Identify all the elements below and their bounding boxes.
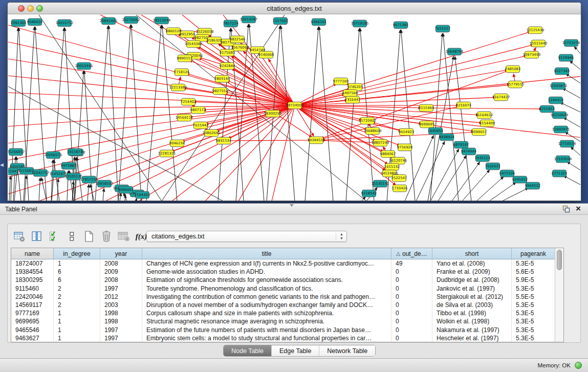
graph-node[interactable]: 12213383 [169, 84, 187, 91]
column-header-year[interactable]: year [100, 248, 142, 259]
graph-node[interactable]: 3915941 [8, 168, 18, 175]
graph-node[interactable]: 9671385 [393, 21, 408, 29]
table-cell[interactable]: 1 [54, 317, 100, 325]
table-cell[interactable]: 9465546 [11, 326, 54, 334]
graph-edge[interactable] [562, 88, 580, 99]
graph-node[interactable]: 6771323 [552, 170, 567, 177]
graph-node[interactable]: 9227343 [554, 68, 570, 75]
graph-node[interactable]: 1733426 [392, 185, 407, 192]
graph-node[interactable]: 25266057 [8, 148, 25, 156]
table-row[interactable]: 1830029562008Estimation of significance … [11, 276, 563, 284]
table-cell[interactable]: 18724007 [11, 259, 54, 268]
table-cell[interactable]: 5.3E-5 [512, 334, 555, 342]
table-cell[interactable]: Structural magnetic resonance image aver… [142, 317, 391, 325]
graph-node[interactable]: 8860128 [166, 28, 181, 35]
table-cell[interactable]: 18300295 [11, 276, 54, 284]
graph-edge[interactable] [570, 61, 580, 71]
table-row[interactable]: 946362711997Embryonic stem cells: a mode… [11, 334, 563, 342]
side-panel-collapse-arrow[interactable]: ◀ [0, 163, 4, 167]
table-cell[interactable]: 5.3E-5 [512, 301, 555, 309]
graph-node[interactable]: 2718126 [174, 69, 189, 76]
table-row[interactable]: 969969511998Structural magnetic resonanc… [11, 317, 563, 325]
graph-node[interactable]: 1527602 [273, 17, 288, 25]
graph-node[interactable]: 15135141 [372, 180, 389, 187]
graph-node[interactable]: 20891406 [100, 17, 118, 25]
graph-node[interactable]: 6497568 [342, 90, 358, 97]
graph-node[interactable]: 7857224 [223, 20, 238, 27]
table-cell[interactable]: 2008 [100, 276, 142, 284]
graph-node[interactable]: 10719185 [351, 20, 369, 27]
graph-edge[interactable] [141, 200, 142, 201]
graph-node[interactable]: 12042757 [32, 169, 50, 177]
graph-edge[interactable] [9, 176, 11, 201]
table-vertical-scrollbar[interactable] [555, 248, 563, 342]
graph-node[interactable]: 2935114 [475, 155, 490, 162]
table-cell[interactable]: 1 [54, 309, 100, 317]
graph-edge[interactable] [125, 194, 125, 201]
table-row[interactable]: 1938455462009Genome-wide association stu… [11, 268, 563, 276]
table-cell[interactable]: 5.3E-5 [512, 326, 555, 334]
graph-edge[interactable] [103, 188, 104, 201]
table-cell[interactable]: 2008 [100, 259, 142, 268]
graph-node[interactable]: 9129946 [558, 54, 574, 61]
graph-node[interactable]: 9046667 [118, 186, 134, 193]
graph-node[interactable]: 9175685 [220, 49, 235, 56]
table-cell[interactable]: 1997 [100, 285, 142, 293]
graph-node[interactable]: 9118542 [361, 190, 377, 197]
graph-node[interactable]: 7254402 [181, 98, 196, 105]
graph-node[interactable]: 9699695 [419, 121, 434, 128]
graph-node[interactable]: 20053346 [75, 62, 93, 70]
table-cell[interactable]: 2009 [100, 268, 142, 276]
table-row[interactable]: 911546021997Tourette syndrome. Phenomeno… [11, 285, 563, 293]
graph-node[interactable]: 9822546 [230, 36, 245, 43]
graph-edge[interactable] [567, 162, 580, 171]
graph-node[interactable]: 9756928 [397, 144, 412, 151]
graph-edge[interactable] [19, 28, 29, 201]
graph-node[interactable]: 12125439 [527, 27, 545, 34]
table-cell[interactable]: 5.9E-5 [512, 276, 555, 284]
graph-node[interactable]: 12710554 [558, 140, 576, 147]
table-cell[interactable]: 14569117 [11, 301, 54, 309]
table-cell[interactable]: 0 [391, 317, 432, 325]
table-cell[interactable]: Embryonic stem cells: a model to study s… [142, 334, 391, 342]
show-columns-icon[interactable] [28, 229, 46, 244]
table-cell[interactable]: Changes of HCN gene expression and I(f) … [142, 259, 391, 268]
table-cell[interactable]: 0 [391, 276, 432, 284]
graph-node[interactable]: 14055712 [56, 19, 74, 27]
graph-node[interactable]: 9884067 [380, 150, 396, 158]
graph-edge[interactable] [224, 140, 312, 141]
table-cell[interactable]: 1 [54, 334, 100, 342]
graph-node[interactable]: 2522547 [391, 174, 407, 182]
column-header-name[interactable]: name [11, 248, 54, 259]
table-cell[interactable]: Tibbo et al. (1998) [432, 309, 512, 317]
graph-node[interactable]: 8938924 [439, 134, 454, 141]
table-selector-dropdown[interactable]: citations_edges.txt ▲▼ [146, 231, 347, 242]
graph-node[interactable]: 11015440 [530, 40, 548, 47]
graph-edge[interactable] [438, 156, 466, 201]
graph-node[interactable]: 18807243 [372, 139, 389, 146]
column-header-pagerank[interactable]: pagerank [512, 248, 555, 259]
graph-node[interactable]: 2803144 [214, 75, 230, 82]
table-cell[interactable]: 49 [391, 259, 432, 268]
select-columns-icon[interactable] [46, 229, 63, 244]
graph-node[interactable]: 20206576 [45, 151, 62, 159]
graph-node[interactable]: 1640954 [428, 127, 443, 135]
table-cell[interactable]: 9699695 [11, 317, 54, 325]
graph-edge[interactable] [489, 182, 516, 201]
graph-edge[interactable] [162, 25, 177, 201]
graph-node[interactable]: 9654923 [399, 128, 414, 136]
table-cell[interactable]: 6 [54, 268, 100, 276]
table-cell[interactable]: 2 [54, 301, 100, 309]
graph-edge[interactable] [8, 25, 295, 105]
graph-node[interactable]: 9245012 [512, 176, 528, 183]
graph-node[interactable]: 16164612 [475, 112, 493, 119]
table-cell[interactable]: Investigating the contribution of common… [142, 293, 391, 301]
graph-node[interactable]: 9890157 [177, 55, 192, 62]
graph-node[interactable]: 18300295 [264, 110, 282, 117]
graph-edge[interactable] [502, 188, 529, 201]
graph-node[interactable]: 15992971 [552, 126, 570, 133]
graph-node[interactable]: 8215953 [539, 105, 555, 113]
column-header-out_de[interactable]: △out_de… [391, 248, 432, 259]
graph-node[interactable]: 6466161 [311, 18, 326, 26]
graph-edge[interactable] [319, 27, 333, 201]
